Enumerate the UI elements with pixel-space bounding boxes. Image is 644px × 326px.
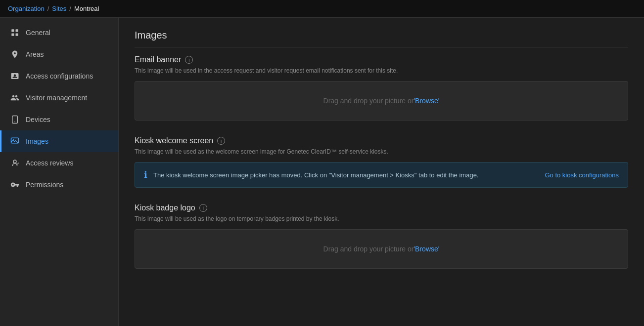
sidebar-item-access-configurations[interactable]: Access configurations: [0, 65, 118, 87]
breadcrumb-organization[interactable]: Organization: [8, 5, 45, 12]
kiosk-badge-description: This image will be used as the logo on t…: [135, 215, 628, 222]
images-icon: [10, 136, 20, 146]
visitor-icon: [10, 93, 20, 103]
sidebar-item-access-reviews-label: Access reviews: [26, 159, 73, 167]
email-banner-drop-zone[interactable]: Drag and drop your picture or 'Browse': [135, 81, 628, 121]
svg-point-8: [13, 160, 16, 163]
svg-rect-2: [11, 34, 14, 36]
device-icon: [10, 115, 20, 124]
person-card-icon: [10, 71, 20, 81]
sidebar-item-devices[interactable]: Devices: [0, 109, 118, 130]
kiosk-badge-info-icon[interactable]: i: [199, 204, 207, 212]
svg-rect-1: [16, 29, 18, 32]
kiosk-badge-title: Kiosk badge logo: [135, 204, 195, 212]
kiosk-badge-browse-link[interactable]: 'Browse': [414, 245, 439, 253]
sidebar-item-visitor-management[interactable]: Visitor management: [0, 87, 118, 109]
sidebar-item-devices-label: Devices: [26, 116, 50, 123]
sidebar-item-permissions-label: Permissions: [26, 181, 63, 189]
sidebar-item-access-configurations-label: Access configurations: [26, 72, 93, 80]
sidebar-item-areas[interactable]: Areas: [0, 43, 118, 65]
kiosk-banner-link[interactable]: Go to kiosk configurations: [545, 171, 619, 179]
kiosk-welcome-info-icon[interactable]: i: [217, 137, 225, 145]
key-icon: [10, 180, 20, 190]
svg-rect-0: [11, 29, 14, 32]
main-content: Images Email banner i This image will be…: [119, 18, 644, 326]
sidebar-item-areas-label: Areas: [26, 50, 44, 58]
kiosk-badge-drop-zone[interactable]: Drag and drop your picture or 'Browse': [135, 229, 628, 269]
svg-rect-3: [16, 34, 18, 36]
sidebar-item-general[interactable]: General: [0, 22, 118, 43]
kiosk-welcome-title: Kiosk welcome screen: [135, 136, 213, 145]
email-banner-description: This image will be used in the access re…: [135, 67, 628, 74]
kiosk-welcome-title-row: Kiosk welcome screen i: [135, 136, 628, 145]
kiosk-banner-info-icon: ℹ: [144, 169, 147, 180]
kiosk-welcome-section: Kiosk welcome screen i This image will b…: [135, 136, 628, 188]
email-banner-browse-link[interactable]: 'Browse': [414, 97, 439, 105]
email-banner-section: Email banner i This image will be used i…: [135, 55, 628, 121]
sidebar-item-permissions[interactable]: Permissions: [0, 174, 118, 196]
kiosk-welcome-banner: ℹ The kiosk welcome screen image picker …: [135, 162, 628, 188]
sidebar: General Areas Access configurations Visi…: [0, 18, 119, 326]
breadcrumb-current: Montreal: [74, 5, 99, 12]
email-banner-info-icon[interactable]: i: [185, 56, 193, 64]
kiosk-welcome-description: This image will be used as the welcome s…: [135, 148, 628, 155]
layout: General Areas Access configurations Visi…: [0, 18, 644, 326]
kiosk-badge-section: Kiosk badge logo i This image will be us…: [135, 204, 628, 269]
topbar: Organization / Sites / Montreal: [0, 0, 644, 18]
access-reviews-icon: [10, 158, 20, 168]
email-banner-title: Email banner: [135, 55, 181, 64]
svg-point-7: [13, 139, 14, 140]
kiosk-badge-drop-text: Drag and drop your picture or: [323, 245, 414, 253]
breadcrumb-sites[interactable]: Sites: [52, 5, 66, 12]
location-icon: [10, 49, 20, 59]
page-title: Images: [135, 30, 628, 47]
sidebar-item-images-label: Images: [26, 137, 48, 145]
sidebar-item-general-label: General: [26, 29, 50, 37]
sidebar-item-visitor-management-label: Visitor management: [26, 94, 87, 102]
grid-icon: [10, 28, 20, 38]
sidebar-item-images[interactable]: Images: [0, 130, 118, 152]
email-banner-title-row: Email banner i: [135, 55, 628, 64]
sidebar-item-access-reviews[interactable]: Access reviews: [0, 152, 118, 174]
email-banner-drop-text: Drag and drop your picture or: [323, 97, 414, 105]
kiosk-badge-title-row: Kiosk badge logo i: [135, 204, 628, 212]
kiosk-banner-text: The kiosk welcome screen image picker ha…: [153, 171, 478, 179]
breadcrumb: Organization / Sites / Montreal: [8, 5, 99, 12]
